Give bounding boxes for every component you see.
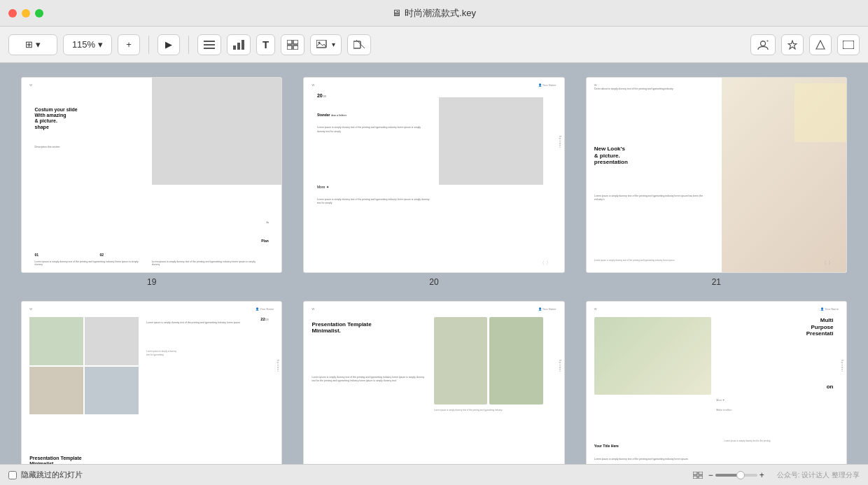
list-icon <box>204 41 215 49</box>
svg-rect-19 <box>699 472 703 475</box>
chart-button[interactable] <box>227 34 251 55</box>
play-button[interactable]: ▶ <box>158 34 180 55</box>
view-arrow: ▾ <box>36 39 41 50</box>
svg-rect-9 <box>293 45 298 50</box>
svg-rect-2 <box>204 48 215 49</box>
svg-rect-5 <box>241 40 244 50</box>
slide-item-19[interactable]: W 👤 Your Name Costum your slideWith amaz… <box>21 77 282 287</box>
slide-item-22[interactable]: W 👤 Your Name 22/30 Epitasi Lorem ipsum … <box>21 301 282 464</box>
svg-text:+: + <box>766 40 769 43</box>
table-button[interactable] <box>281 34 304 55</box>
format-button[interactable] <box>809 34 832 55</box>
svg-rect-20 <box>693 476 697 479</box>
zoom-in-icon[interactable]: + <box>760 470 764 480</box>
slide-thumb-24[interactable]: W 👤 Your Name 24/30 MultiPurposePresenta… <box>586 301 847 464</box>
animate-icon <box>788 40 797 50</box>
chart-icon <box>233 40 244 50</box>
image-button[interactable]: ▾ <box>310 34 342 55</box>
zoom-slider[interactable] <box>715 474 757 477</box>
list-view-button[interactable] <box>197 34 221 55</box>
zoom-slider-area: − + <box>708 470 764 480</box>
zoom-button[interactable]: 115% ▾ <box>63 34 112 55</box>
svg-rect-12 <box>354 41 360 48</box>
share-icon: + <box>757 40 769 50</box>
traffic-lights <box>8 9 43 17</box>
svg-rect-21 <box>699 476 703 479</box>
toolbar-separator-2 <box>188 36 189 54</box>
slide-number-19: 19 <box>147 277 156 287</box>
svg-marker-16 <box>816 41 825 49</box>
shape-button[interactable] <box>347 34 371 55</box>
zoom-arrow: ▾ <box>98 39 103 50</box>
svg-point-14 <box>761 41 766 45</box>
titlebar: 🖥 时尚潮流款式.key <box>0 0 868 27</box>
svg-rect-4 <box>237 43 240 50</box>
watermark-text: 公众号: 设计达人 整理分享 <box>777 470 860 480</box>
share-button[interactable]: + <box>750 34 776 55</box>
svg-rect-7 <box>293 40 298 44</box>
slide-thumb-20[interactable]: W 👤 Your Name 20/30 Epitasi Standar desc… <box>303 77 564 273</box>
text-button[interactable]: T <box>256 34 275 55</box>
slide-number-21: 21 <box>712 277 721 287</box>
image-icon <box>316 40 329 50</box>
svg-rect-3 <box>233 45 236 50</box>
view-mode-button[interactable]: ⊞ ▾ <box>8 34 57 55</box>
minimize-button[interactable] <box>22 9 30 17</box>
slide-item-20[interactable]: W 👤 Your Name 20/30 Epitasi Standar desc… <box>303 77 564 287</box>
view-toggle-button[interactable] <box>693 472 703 479</box>
close-button[interactable] <box>8 9 17 17</box>
present-button[interactable] <box>837 34 860 55</box>
svg-rect-1 <box>204 44 215 45</box>
toolbar-right-group: + <box>750 34 860 55</box>
svg-rect-0 <box>204 41 215 42</box>
animate-button[interactable] <box>781 34 804 55</box>
slides-grid: W 👤 Your Name Costum your slideWith amaz… <box>0 63 868 464</box>
window-title: 🖥 时尚潮流款式.key <box>392 7 476 20</box>
grid-view-icon <box>693 472 703 479</box>
toolbar-separator-1 <box>148 36 149 54</box>
hide-slides-checkbox[interactable] <box>8 471 17 479</box>
hide-slides-label: 隐藏跳过的幻灯片 <box>21 470 83 480</box>
slide-thumb-21[interactable]: W 👤 Your Name Cover about to simply dumm… <box>586 77 847 273</box>
slide-thumb-19[interactable]: W 👤 Your Name Costum your slideWith amaz… <box>21 77 282 273</box>
format-icon <box>816 40 825 50</box>
slide-thumb-23[interactable]: W 👤 Your Name 23/30 Epitasi Presentation… <box>303 301 564 464</box>
add-slide-button[interactable]: + <box>118 34 140 55</box>
svg-rect-10 <box>316 40 326 48</box>
table-icon <box>287 40 298 50</box>
shape-icon <box>354 40 365 50</box>
slide-number-20: 20 <box>429 277 438 287</box>
svg-rect-18 <box>693 472 697 475</box>
zoom-out-icon[interactable]: − <box>708 470 713 480</box>
slide-item-24[interactable]: W 👤 Your Name 24/30 MultiPurposePresenta… <box>586 301 847 464</box>
toolbar: ⊞ ▾ 115% ▾ + ▶ T ▾ <box>0 27 868 63</box>
file-icon: 🖥 <box>392 8 401 18</box>
slide-item-21[interactable]: W 👤 Your Name Cover about to simply dumm… <box>586 77 847 287</box>
slide-item-23[interactable]: W 👤 Your Name 23/30 Epitasi Presentation… <box>303 301 564 464</box>
svg-rect-6 <box>287 40 292 44</box>
svg-rect-17 <box>843 41 854 49</box>
bottombar: 隐藏跳过的幻灯片 − + 公众号: 设计达人 整理分享 <box>0 464 868 485</box>
svg-rect-8 <box>287 45 292 50</box>
slide-thumb-22[interactable]: W 👤 Your Name 22/30 Epitasi Lorem ipsum … <box>21 301 282 464</box>
view-icon: ⊞ <box>25 39 33 50</box>
maximize-button[interactable] <box>35 9 43 17</box>
bottombar-right: − + 公众号: 设计达人 整理分享 <box>693 470 860 480</box>
present-icon <box>843 41 854 49</box>
